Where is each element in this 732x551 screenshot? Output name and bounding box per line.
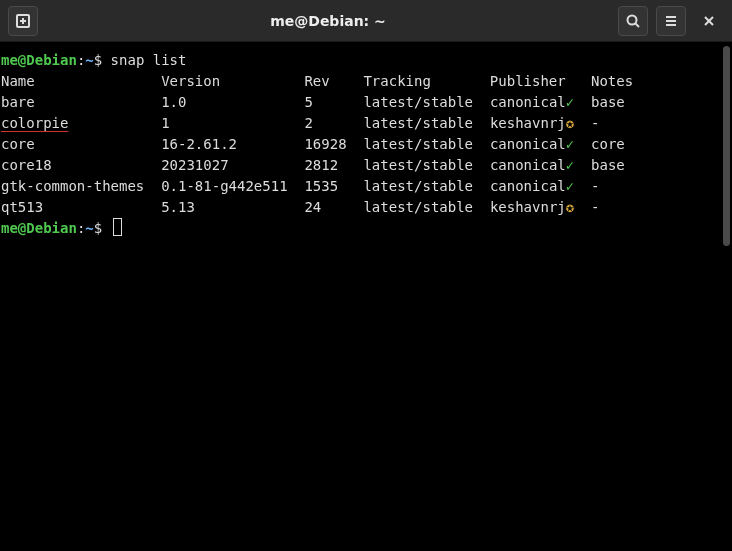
new-tab-button[interactable] <box>8 6 38 36</box>
verified-icon: ✓ <box>566 94 574 110</box>
cell-publisher: canonical <box>490 157 566 173</box>
svg-line-4 <box>636 23 640 27</box>
terminal-area[interactable]: me@Debian:~$ snap list Name Version Rev … <box>0 42 732 551</box>
prompt-line-2: me@Debian:~$ <box>1 218 731 239</box>
cell-publisher: canonical <box>490 94 566 110</box>
titlebar: me@Debian: ~ <box>0 0 732 42</box>
table-row: core 16-2.61.2 16928 latest/stable canon… <box>1 134 731 155</box>
table-row: colorpie 1 2 latest/stable keshavnrj✪ - <box>1 113 731 134</box>
table-header-row: Name Version Rev Tracking Publisher Note… <box>1 71 731 92</box>
command-text: snap list <box>111 52 187 68</box>
table-row: qt513 5.13 24 latest/stable keshavnrj✪ - <box>1 197 731 218</box>
cell-name: colorpie <box>1 115 161 131</box>
terminal-content: me@Debian:~$ snap list Name Version Rev … <box>0 50 732 239</box>
prompt-path: ~ <box>85 52 93 68</box>
cell-name: bare <box>1 94 161 110</box>
verified-icon: ✓ <box>566 178 574 194</box>
verified-icon: ✓ <box>566 136 574 152</box>
star-icon: ✪ <box>566 199 574 215</box>
star-icon: ✪ <box>566 115 574 131</box>
search-icon <box>625 13 641 29</box>
text-cursor <box>113 218 122 236</box>
verified-icon: ✓ <box>566 157 574 173</box>
cell-name: core18 <box>1 157 161 173</box>
prompt-dollar: $ <box>94 52 111 68</box>
window-title: me@Debian: ~ <box>40 13 616 29</box>
cell-publisher: canonical <box>490 136 566 152</box>
close-icon <box>701 13 717 29</box>
cell-name: core <box>1 136 161 152</box>
search-button[interactable] <box>618 6 648 36</box>
close-button[interactable] <box>694 6 724 36</box>
table-row: core18 20231027 2812 latest/stable canon… <box>1 155 731 176</box>
cell-publisher: canonical <box>490 178 566 194</box>
table-row: gtk-common-themes 0.1-81-g442e511 1535 l… <box>1 176 731 197</box>
cell-name: gtk-common-themes <box>1 178 161 194</box>
cell-name: qt513 <box>1 199 161 215</box>
cell-publisher: keshavnrj <box>490 115 566 131</box>
prompt-line-1: me@Debian:~$ snap list <box>1 50 731 71</box>
prompt-host: Debian <box>26 52 77 68</box>
table-row: bare 1.0 5 latest/stable canonical✓ base <box>1 92 731 113</box>
menu-button[interactable] <box>656 6 686 36</box>
svg-point-3 <box>628 15 637 24</box>
table-body: bare 1.0 5 latest/stable canonical✓ base… <box>1 92 731 218</box>
plus-box-icon <box>15 13 31 29</box>
hamburger-icon <box>663 13 679 29</box>
prompt-user: me <box>1 52 18 68</box>
scrollbar-thumb[interactable] <box>723 46 730 246</box>
cell-publisher: keshavnrj <box>490 199 566 215</box>
